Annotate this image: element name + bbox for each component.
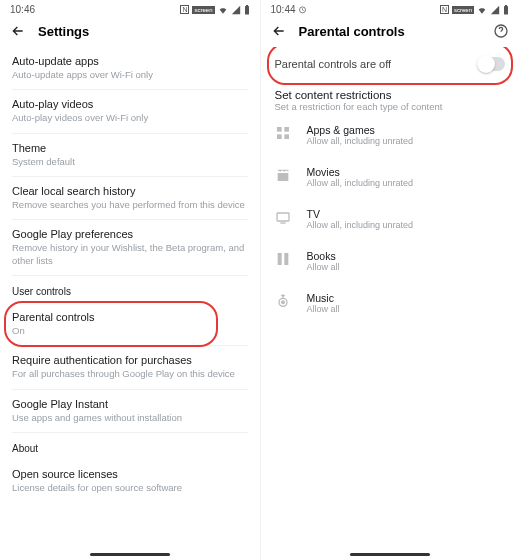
help-icon[interactable] [493,23,509,39]
restrictions-header: Set content restrictions Set a restricti… [273,81,508,114]
category-music[interactable]: MusicAllow all [273,282,508,324]
tv-icon [275,209,291,225]
parental-toggle-row[interactable]: Parental controls are off [273,47,508,81]
status-time: 10:44 [271,4,308,15]
section-user-controls: User controls [12,276,248,303]
page-title: Parental controls [299,24,405,39]
setting-clear-history[interactable]: Clear local search history Remove search… [12,177,248,220]
movies-icon [275,167,291,183]
setting-play-instant[interactable]: Google Play Instant Use apps and games w… [12,390,248,433]
nav-pill[interactable] [350,553,430,556]
svg-rect-4 [505,5,507,6]
app-bar: Settings [0,17,260,47]
page-title: Settings [38,24,89,39]
svg-rect-8 [277,134,282,139]
parental-controls-screen: 10:44 N screen Parental controls Parenta… [260,0,520,560]
screen-icon: screen [192,6,214,14]
nav-bar [0,549,260,560]
alarm-icon [298,5,307,14]
music-icon [275,293,291,309]
status-bar: 10:44 N screen [261,0,520,17]
category-books[interactable]: BooksAllow all [273,240,508,282]
setting-auto-play[interactable]: Auto-play videos Auto-play videos over W… [12,90,248,133]
signal-icon [231,5,241,15]
nav-pill[interactable] [90,553,170,556]
setting-play-prefs[interactable]: Google Play preferences Remove history i… [12,220,248,276]
setting-theme[interactable]: Theme System default [12,134,248,177]
svg-rect-3 [504,6,508,15]
back-icon[interactable] [10,23,26,39]
battery-icon [503,5,509,15]
screen-icon: screen [452,6,474,14]
svg-rect-10 [277,213,289,221]
wifi-icon [218,5,228,15]
nav-bar [261,549,520,560]
back-icon[interactable] [271,23,287,39]
status-icons: N screen [440,5,509,15]
toggle-label: Parental controls are off [275,58,392,70]
settings-screen: 10:46 N screen Settings Auto-update apps… [0,0,260,560]
svg-point-12 [281,301,284,304]
wifi-icon [477,5,487,15]
signal-icon [490,5,500,15]
app-bar: Parental controls [261,17,520,47]
apps-icon [275,125,291,141]
category-tv[interactable]: TVAllow all, including unrated [273,198,508,240]
toggle-switch[interactable] [477,57,505,71]
svg-rect-6 [277,127,282,132]
category-movies[interactable]: MoviesAllow all, including unrated [273,156,508,198]
setting-require-auth[interactable]: Require authentication for purchases For… [12,346,248,389]
svg-rect-0 [245,6,249,15]
svg-rect-7 [284,127,289,132]
svg-rect-1 [246,5,248,6]
status-time: 10:46 [10,4,35,15]
svg-rect-9 [284,134,289,139]
settings-list: Auto-update apps Auto-update apps over W… [0,47,260,560]
nfc-icon: N [440,5,449,14]
status-icons: N screen [180,5,249,15]
battery-icon [244,5,250,15]
setting-parental-controls[interactable]: Parental controls On [12,303,248,346]
parental-content: Parental controls are off Set content re… [261,47,520,560]
nfc-icon: N [180,5,189,14]
setting-auto-update[interactable]: Auto-update apps Auto-update apps over W… [12,47,248,90]
status-bar: 10:46 N screen [0,0,260,17]
setting-licenses[interactable]: Open source licenses License details for… [12,460,248,502]
category-apps-games[interactable]: Apps & gamesAllow all, including unrated [273,114,508,156]
section-about: About [12,433,248,460]
books-icon [275,251,291,267]
